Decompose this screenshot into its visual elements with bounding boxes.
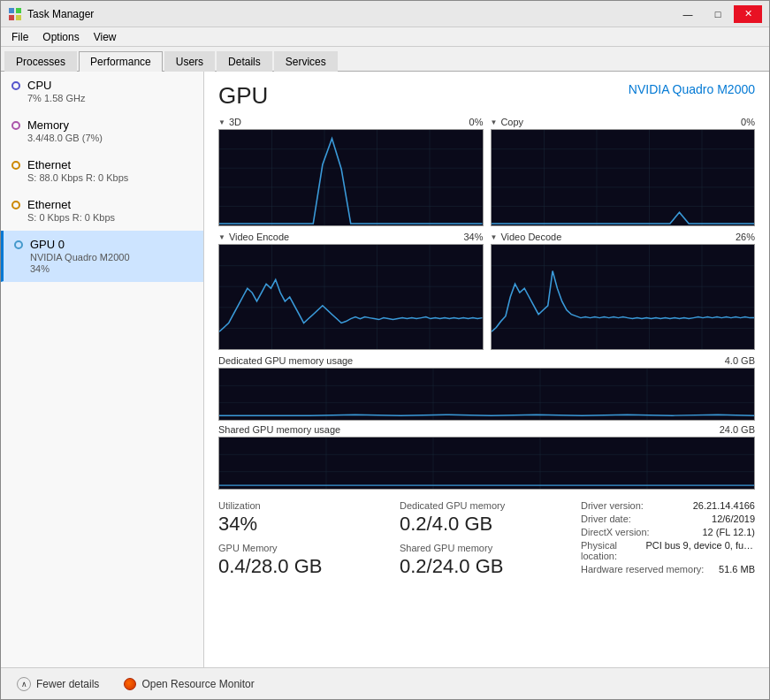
menu-file[interactable]: File (4, 29, 35, 45)
stat-info-group: Driver version: 26.21.14.4166 Driver dat… (581, 500, 755, 578)
sidebar-item-ethernet2[interactable]: Ethernet S: 0 Kbps R: 0 Kbps (1, 191, 203, 231)
shared-mem-value: 0.2/24.0 GB (400, 555, 574, 578)
shared-label-row: Shared GPU memory usage 24.0 GB (218, 424, 755, 435)
directx-key: DirectX version: (581, 527, 650, 537)
reserved-val: 51.6 MB (719, 564, 755, 574)
utilization-label: Utilization (218, 500, 393, 511)
memory-name: Memory (27, 118, 69, 132)
close-button[interactable]: ✕ (734, 5, 762, 23)
footer: ∧ Fewer details Open Resource Monitor (1, 667, 769, 699)
chart-3d-label: 3D (218, 117, 241, 127)
dedicated-label-row: Dedicated GPU memory usage 4.0 GB (218, 355, 755, 366)
physical-key: Physical location: (581, 540, 645, 561)
dedicated-mem-label: Dedicated GPU memory (400, 500, 574, 511)
fewer-details-label: Fewer details (36, 678, 99, 690)
driver-version-key: Driver version: (581, 500, 644, 511)
sidebar-item-gpu0[interactable]: GPU 0 NVIDIA Quadro M2000 34% (1, 231, 203, 282)
svg-rect-2 (9, 15, 14, 20)
chart-encode-label: Video Encode (218, 232, 289, 242)
svg-rect-3 (16, 15, 21, 20)
minimize-button[interactable]: — (674, 5, 702, 23)
sidebar-gpu0-header: GPU 0 (14, 238, 193, 251)
open-resource-monitor-label: Open Resource Monitor (141, 678, 254, 690)
main-layout: CPU 7% 1.58 GHz Memory 3.4/48.0 GB (7%) … (1, 72, 769, 667)
gpu-memory-label: GPU Memory (218, 543, 393, 553)
content-header: GPU NVIDIA Quadro M2000 (218, 82, 755, 110)
stat-group-utilization: Utilization 34% GPU Memory 0.4/28.0 GB (218, 500, 393, 578)
titlebar: Task Manager — □ ✕ (1, 1, 769, 27)
window-controls: — □ ✕ (674, 5, 762, 23)
shared-chart-svg (219, 438, 754, 489)
sidebar-memory-header: Memory (11, 118, 193, 132)
chart-3d-box (218, 129, 484, 226)
tab-services[interactable]: Services (274, 51, 338, 72)
stat-group-memory: Dedicated GPU memory 0.2/4.0 GB Shared G… (400, 500, 574, 578)
cpu-dot (11, 81, 20, 90)
content-title: GPU (218, 82, 268, 110)
ethernet2-dot (11, 201, 20, 209)
fewer-details-button[interactable]: ∧ Fewer details (11, 673, 104, 695)
driver-version-val: 26.21.14.4166 (693, 500, 755, 511)
chart-decode-label-row: Video Decode 26% (491, 232, 756, 242)
chart-copy-label: Copy (491, 117, 524, 127)
content-area: GPU NVIDIA Quadro M2000 3D 0% (204, 72, 769, 667)
tab-details[interactable]: Details (217, 51, 272, 72)
gpu0-dot (14, 240, 23, 249)
svg-rect-0 (9, 8, 14, 13)
charts-top-row: 3D 0% (218, 117, 755, 226)
memory-dot (11, 121, 20, 130)
chart-3d-svg (219, 130, 483, 225)
stats-section: Utilization 34% GPU Memory 0.4/28.0 GB D… (218, 500, 755, 578)
gpu-model-label: NVIDIA Quadro M2000 (629, 82, 755, 96)
tab-performance[interactable]: Performance (79, 51, 163, 72)
ethernet1-dot (11, 161, 20, 170)
sidebar-item-ethernet1[interactable]: Ethernet S: 88.0 Kbps R: 0 Kbps (1, 151, 203, 191)
driver-date-val: 12/6/2019 (712, 514, 755, 524)
chart-encode-svg (219, 245, 483, 349)
menu-view[interactable]: View (87, 29, 124, 45)
driver-date-row: Driver date: 12/6/2019 (581, 514, 755, 524)
maximize-button[interactable]: □ (704, 5, 732, 23)
reserved-key: Hardware reserved memory: (581, 564, 704, 574)
chart-decode-box (491, 244, 756, 350)
sidebar-ethernet1-header: Ethernet (11, 158, 193, 171)
shared-memory-section: Shared GPU memory usage 24.0 GB (218, 424, 755, 490)
shared-mem-label: Shared GPU memory (400, 543, 574, 553)
memory-sub: 3.4/48.0 GB (7%) (27, 133, 193, 143)
chart-decode-pct: 26% (736, 232, 755, 242)
window-title: Task Manager (27, 8, 674, 20)
sidebar: CPU 7% 1.58 GHz Memory 3.4/48.0 GB (7%) … (1, 72, 204, 667)
directx-row: DirectX version: 12 (FL 12.1) (581, 527, 755, 537)
tabbar: Processes Performance Users Details Serv… (1, 47, 769, 72)
chart-video-encode: Video Encode 34% (218, 232, 484, 350)
driver-date-key: Driver date: (581, 514, 631, 524)
chart-encode-label-row: Video Encode 34% (218, 232, 484, 242)
utilization-value: 34% (218, 513, 393, 536)
app-icon (8, 7, 22, 21)
chart-3d-label-row: 3D 0% (218, 117, 484, 127)
gpu0-sub2: 34% (30, 263, 193, 274)
open-resource-monitor-button[interactable]: Open Resource Monitor (118, 674, 259, 694)
charts-bottom-row: Video Encode 34% (218, 232, 755, 350)
tab-users[interactable]: Users (164, 51, 215, 72)
menu-options[interactable]: Options (35, 29, 86, 45)
tab-processes[interactable]: Processes (4, 51, 77, 72)
sidebar-ethernet2-header: Ethernet (11, 198, 193, 211)
ethernet1-name: Ethernet (27, 158, 71, 171)
gpu0-sub1: NVIDIA Quadro M2000 (30, 252, 193, 262)
chart-copy-pct: 0% (741, 117, 755, 127)
dedicated-mem-value: 0.2/4.0 GB (400, 513, 574, 536)
physical-val: PCI bus 9, device 0, functio... (645, 540, 755, 561)
ethernet2-name: Ethernet (27, 198, 71, 211)
chart-video-decode: Video Decode 26% (491, 232, 756, 350)
sidebar-item-memory[interactable]: Memory 3.4/48.0 GB (7%) (1, 111, 203, 151)
dedicated-label: Dedicated GPU memory usage (218, 355, 353, 366)
sidebar-item-cpu[interactable]: CPU 7% 1.58 GHz (1, 72, 203, 111)
resource-monitor-icon (124, 678, 136, 690)
menubar: File Options View (1, 27, 769, 47)
shared-label: Shared GPU memory usage (218, 424, 340, 435)
chart-encode-pct: 34% (463, 232, 483, 242)
dedicated-chart-box (218, 368, 755, 421)
svg-rect-1 (16, 8, 21, 13)
chevron-up-icon: ∧ (17, 677, 31, 691)
